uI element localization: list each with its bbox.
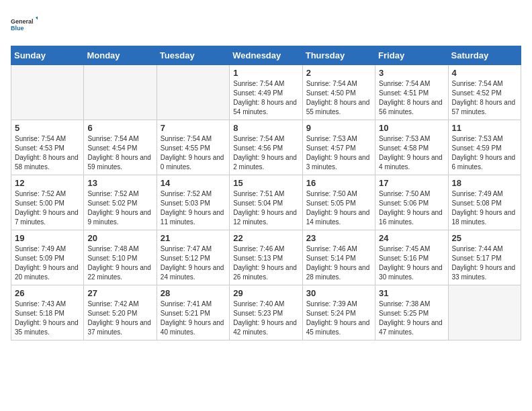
calendar-table: SundayMondayTuesdayWednesdayThursdayFrid…: [11, 46, 521, 340]
day-info: Sunrise: 7:52 AMSunset: 5:03 PMDaylight:…: [161, 189, 226, 227]
day-info: Sunrise: 7:53 AMSunset: 4:59 PMDaylight:…: [452, 134, 517, 172]
day-info: Sunrise: 7:54 AMSunset: 4:49 PMDaylight:…: [233, 79, 298, 117]
day-info: Sunrise: 7:49 AMSunset: 5:09 PMDaylight:…: [15, 244, 80, 282]
calendar-cell: 25Sunrise: 7:44 AMSunset: 5:17 PMDayligh…: [448, 230, 521, 285]
calendar-cell: [448, 285, 521, 340]
day-info: Sunrise: 7:38 AMSunset: 5:25 PMDaylight:…: [379, 300, 444, 337]
day-info: Sunrise: 7:47 AMSunset: 5:12 PMDaylight:…: [161, 244, 226, 282]
calendar-cell: 27Sunrise: 7:42 AMSunset: 5:20 PMDayligh…: [84, 285, 157, 340]
calendar-cell: [157, 65, 229, 120]
day-info: Sunrise: 7:51 AMSunset: 5:04 PMDaylight:…: [233, 189, 298, 227]
calendar-cell: 7Sunrise: 7:54 AMSunset: 4:55 PMDaylight…: [157, 120, 229, 175]
day-info: Sunrise: 7:53 AMSunset: 4:57 PMDaylight:…: [306, 134, 371, 172]
day-number: 27: [87, 288, 152, 298]
calendar-cell: 26Sunrise: 7:43 AMSunset: 5:18 PMDayligh…: [11, 285, 84, 340]
day-number: 20: [87, 233, 152, 243]
header: General Blue: [11, 11, 521, 38]
day-number: 12: [15, 178, 80, 188]
day-number: 4: [452, 68, 517, 78]
day-info: Sunrise: 7:54 AMSunset: 4:51 PMDaylight:…: [379, 79, 444, 117]
calendar-cell: 30Sunrise: 7:39 AMSunset: 5:24 PMDayligh…: [302, 285, 375, 340]
logo: General Blue: [11, 11, 38, 38]
calendar-cell: 11Sunrise: 7:53 AMSunset: 4:59 PMDayligh…: [448, 120, 521, 175]
calendar-cell: 29Sunrise: 7:40 AMSunset: 5:23 PMDayligh…: [230, 285, 302, 340]
day-info: Sunrise: 7:54 AMSunset: 4:55 PMDaylight:…: [161, 134, 226, 172]
day-number: 3: [379, 68, 444, 78]
day-number: 23: [306, 233, 371, 243]
day-number: 29: [233, 288, 298, 298]
calendar-cell: 20Sunrise: 7:48 AMSunset: 5:10 PMDayligh…: [84, 230, 157, 285]
day-number: 10: [379, 123, 444, 133]
day-info: Sunrise: 7:40 AMSunset: 5:23 PMDaylight:…: [233, 300, 298, 337]
svg-marker-2: [36, 16, 38, 20]
day-info: Sunrise: 7:48 AMSunset: 5:10 PMDaylight:…: [87, 244, 152, 282]
day-number: 5: [15, 123, 80, 133]
calendar-cell: 2Sunrise: 7:54 AMSunset: 4:50 PMDaylight…: [302, 65, 375, 120]
day-info: Sunrise: 7:54 AMSunset: 4:50 PMDaylight:…: [306, 79, 371, 117]
day-info: Sunrise: 7:50 AMSunset: 5:06 PMDaylight:…: [379, 189, 444, 227]
calendar-cell: 21Sunrise: 7:47 AMSunset: 5:12 PMDayligh…: [157, 230, 229, 285]
day-number: 21: [161, 233, 226, 243]
day-number: 7: [161, 123, 226, 133]
day-number: 28: [161, 288, 226, 298]
weekday-header-friday: Friday: [375, 46, 448, 65]
calendar-cell: 3Sunrise: 7:54 AMSunset: 4:51 PMDaylight…: [375, 65, 448, 120]
calendar-cell: 5Sunrise: 7:54 AMSunset: 4:53 PMDaylight…: [11, 120, 84, 175]
day-info: Sunrise: 7:54 AMSunset: 4:52 PMDaylight:…: [452, 79, 517, 117]
calendar-cell: 1Sunrise: 7:54 AMSunset: 4:49 PMDaylight…: [230, 65, 302, 120]
week-row-4: 19Sunrise: 7:49 AMSunset: 5:09 PMDayligh…: [11, 230, 521, 285]
day-number: 19: [15, 233, 80, 243]
day-number: 6: [87, 123, 152, 133]
day-number: 2: [306, 68, 371, 78]
calendar-cell: 18Sunrise: 7:49 AMSunset: 5:08 PMDayligh…: [448, 175, 521, 230]
weekday-header-sunday: Sunday: [11, 46, 84, 65]
day-info: Sunrise: 7:54 AMSunset: 4:54 PMDaylight:…: [87, 134, 152, 172]
calendar-cell: 22Sunrise: 7:46 AMSunset: 5:13 PMDayligh…: [230, 230, 302, 285]
day-number: 14: [161, 178, 226, 188]
day-info: Sunrise: 7:54 AMSunset: 4:56 PMDaylight:…: [233, 134, 298, 172]
day-info: Sunrise: 7:53 AMSunset: 4:58 PMDaylight:…: [379, 134, 444, 172]
day-number: 9: [306, 123, 371, 133]
calendar-cell: 28Sunrise: 7:41 AMSunset: 5:21 PMDayligh…: [157, 285, 229, 340]
day-number: 24: [379, 233, 444, 243]
day-info: Sunrise: 7:46 AMSunset: 5:14 PMDaylight:…: [306, 244, 371, 282]
calendar-cell: 14Sunrise: 7:52 AMSunset: 5:03 PMDayligh…: [157, 175, 229, 230]
weekday-header-tuesday: Tuesday: [157, 46, 229, 65]
day-info: Sunrise: 7:46 AMSunset: 5:13 PMDaylight:…: [233, 244, 298, 282]
day-number: 15: [233, 178, 298, 188]
calendar-cell: 15Sunrise: 7:51 AMSunset: 5:04 PMDayligh…: [230, 175, 302, 230]
day-info: Sunrise: 7:50 AMSunset: 5:05 PMDaylight:…: [306, 189, 371, 227]
calendar-cell: 17Sunrise: 7:50 AMSunset: 5:06 PMDayligh…: [375, 175, 448, 230]
day-number: 18: [452, 178, 517, 188]
week-row-1: 1Sunrise: 7:54 AMSunset: 4:49 PMDaylight…: [11, 65, 521, 120]
week-row-5: 26Sunrise: 7:43 AMSunset: 5:18 PMDayligh…: [11, 285, 521, 340]
calendar-cell: 9Sunrise: 7:53 AMSunset: 4:57 PMDaylight…: [302, 120, 375, 175]
calendar-cell: 19Sunrise: 7:49 AMSunset: 5:09 PMDayligh…: [11, 230, 84, 285]
day-number: 22: [233, 233, 298, 243]
calendar-cell: [84, 65, 157, 120]
week-row-3: 12Sunrise: 7:52 AMSunset: 5:00 PMDayligh…: [11, 175, 521, 230]
day-info: Sunrise: 7:42 AMSunset: 5:20 PMDaylight:…: [87, 300, 152, 337]
calendar-cell: 23Sunrise: 7:46 AMSunset: 5:14 PMDayligh…: [302, 230, 375, 285]
day-number: 25: [452, 233, 517, 243]
day-info: Sunrise: 7:39 AMSunset: 5:24 PMDaylight:…: [306, 300, 371, 337]
day-number: 26: [15, 288, 80, 298]
day-info: Sunrise: 7:45 AMSunset: 5:16 PMDaylight:…: [379, 244, 444, 282]
weekday-header-row: SundayMondayTuesdayWednesdayThursdayFrid…: [11, 46, 521, 65]
calendar-cell: 16Sunrise: 7:50 AMSunset: 5:05 PMDayligh…: [302, 175, 375, 230]
day-info: Sunrise: 7:54 AMSunset: 4:53 PMDaylight:…: [15, 134, 80, 172]
day-number: 31: [379, 288, 444, 298]
logo-svg: General Blue: [11, 11, 38, 38]
day-number: 17: [379, 178, 444, 188]
calendar-cell: 31Sunrise: 7:38 AMSunset: 5:25 PMDayligh…: [375, 285, 448, 340]
day-number: 1: [233, 68, 298, 78]
calendar-cell: 4Sunrise: 7:54 AMSunset: 4:52 PMDaylight…: [448, 65, 521, 120]
calendar-cell: 12Sunrise: 7:52 AMSunset: 5:00 PMDayligh…: [11, 175, 84, 230]
calendar-cell: 8Sunrise: 7:54 AMSunset: 4:56 PMDaylight…: [230, 120, 302, 175]
day-info: Sunrise: 7:52 AMSunset: 5:02 PMDaylight:…: [87, 189, 152, 227]
calendar-cell: 13Sunrise: 7:52 AMSunset: 5:02 PMDayligh…: [84, 175, 157, 230]
calendar-cell: 10Sunrise: 7:53 AMSunset: 4:58 PMDayligh…: [375, 120, 448, 175]
day-number: 11: [452, 123, 517, 133]
svg-text:General: General: [11, 18, 34, 25]
week-row-2: 5Sunrise: 7:54 AMSunset: 4:53 PMDaylight…: [11, 120, 521, 175]
